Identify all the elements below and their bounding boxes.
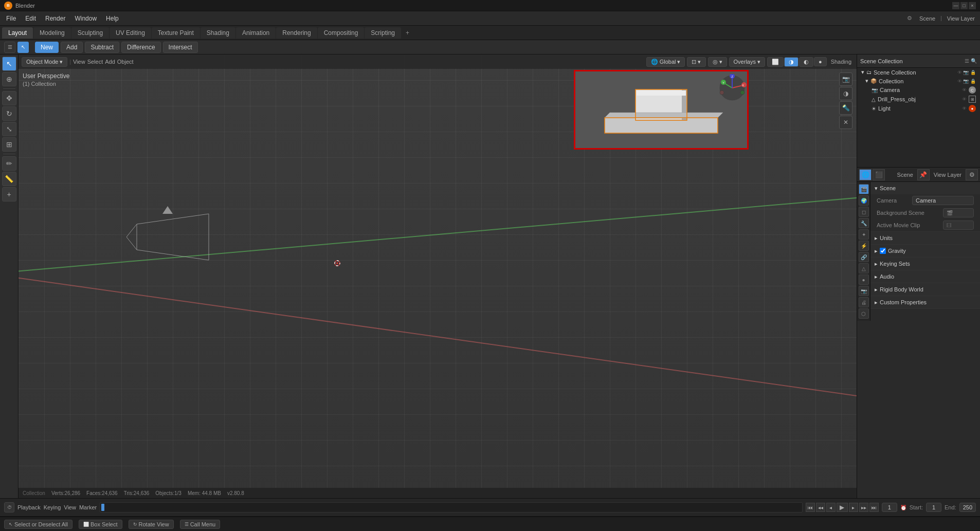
active-movie-clip-field[interactable]: 🎞 — [943, 221, 974, 230]
menu-edit[interactable]: Edit — [21, 13, 40, 24]
viewport-add-menu[interactable]: Add — [105, 59, 115, 65]
viewport-view-menu[interactable]: View — [73, 59, 85, 65]
tab-scripting[interactable]: Scripting — [365, 27, 401, 39]
axis-gizmo[interactable]: X Y Z — [718, 74, 747, 102]
props-view-layer-icon[interactable]: ⬛ — [873, 169, 885, 180]
cursor-icon[interactable]: ↖ — [17, 42, 29, 53]
timeline-icon[interactable]: ⏱ — [4, 502, 14, 512]
box-select-button[interactable]: ⬜ Box Select — [79, 520, 122, 529]
timeline-cursor[interactable] — [101, 504, 104, 511]
physics-icon[interactable]: ⚡ — [859, 241, 869, 251]
bool-intersect-button[interactable]: Intersect — [163, 42, 198, 53]
prev-keyframe-button[interactable]: ◂ — [826, 503, 836, 512]
data-icon[interactable]: △ — [859, 263, 869, 273]
current-frame[interactable]: 1 — [882, 503, 897, 512]
output-icon[interactable]: 🖨 — [859, 297, 869, 307]
tab-rendering[interactable]: Rendering — [276, 27, 317, 39]
add-tool[interactable]: + — [2, 187, 16, 202]
menu-render[interactable]: Render — [41, 13, 69, 24]
constraints-icon[interactable]: 🔗 — [859, 252, 869, 262]
maximize-button[interactable]: □ — [960, 2, 968, 9]
rotate-tool[interactable]: ↻ — [2, 106, 16, 121]
viewport-cameras-button[interactable]: 📷 — [839, 72, 852, 86]
audio-section-header[interactable]: ▸ Audio — [870, 270, 980, 283]
minimize-button[interactable]: — — [952, 2, 959, 9]
timeline-keying-menu[interactable]: Keying — [44, 504, 61, 510]
user-prefs-icon[interactable]: ⚙ — [904, 15, 915, 22]
select-tool[interactable]: ↖ — [2, 57, 16, 71]
select-deselect-all-button[interactable]: ↖ Select or Deselect All — [4, 520, 72, 529]
transform-orientation-button[interactable]: 🌐 Global ▾ — [646, 57, 685, 67]
start-frame[interactable]: 1 — [926, 503, 941, 512]
viewport-object-menu[interactable]: Object — [117, 59, 134, 65]
jump-start-button[interactable]: ⏮ — [806, 503, 815, 512]
next-frame-button[interactable]: ▸▸ — [859, 503, 868, 512]
tab-compositing[interactable]: Compositing — [318, 27, 365, 39]
viewport-render-button[interactable]: 🔦 — [839, 101, 852, 115]
outliner-item-camera[interactable]: 📷 Camera 👁 C — [857, 85, 980, 95]
call-menu-button[interactable]: ☰ Call Menu — [180, 520, 221, 529]
overlays-button[interactable]: Overlays ▾ — [729, 57, 765, 67]
viewlayer-icon[interactable]: ⬡ — [859, 308, 869, 319]
solid-button[interactable]: ◑ — [784, 57, 798, 67]
viewport-xray-button[interactable]: ✕ — [839, 116, 852, 129]
tab-modeling[interactable]: Modeling — [33, 27, 71, 39]
scale-tool[interactable]: ⤡ — [2, 122, 16, 136]
world-props-icon[interactable]: 🌍 — [859, 195, 869, 206]
timeline-ruler[interactable] — [100, 502, 803, 512]
cursor-tool[interactable]: ⊕ — [2, 72, 16, 86]
viewport-material-button[interactable]: ◑ — [839, 87, 852, 100]
move-tool[interactable]: ✥ — [2, 91, 16, 105]
tab-layout[interactable]: Layout — [2, 27, 33, 39]
outliner-item-collection[interactable]: ▾ 📦 Collection 👁 📷 🔒 — [857, 77, 980, 85]
viewport-select-menu[interactable]: Select — [87, 59, 103, 65]
custom-props-section-header[interactable]: ▸ Custom Properties — [870, 296, 980, 308]
keying-sets-section-header[interactable]: ▸ Keying Sets — [870, 258, 980, 270]
close-button[interactable]: × — [969, 2, 976, 9]
scene-props-icon[interactable]: 🎬 — [859, 184, 869, 194]
jump-end-button[interactable]: ⏭ — [869, 503, 879, 512]
viewport[interactable]: Object Mode ▾ | View Select Add Object 🌐… — [19, 54, 857, 498]
object-props-icon[interactable]: ◻ — [859, 207, 869, 217]
snap-button[interactable]: ⊡ ▾ — [687, 57, 705, 67]
units-section-header[interactable]: ▸ Units — [870, 232, 980, 244]
render-icon[interactable]: 📷 — [859, 286, 869, 296]
props-view-layer-settings[interactable]: ⚙ — [966, 169, 978, 180]
tab-texture-paint[interactable]: Texture Paint — [152, 27, 200, 39]
wireframe-button[interactable]: ⬜ — [767, 57, 784, 67]
annotate-tool[interactable]: ✏ — [2, 156, 16, 171]
bool-new-button[interactable]: New — [35, 42, 59, 53]
lookdev-button[interactable]: ◐ — [799, 57, 813, 67]
bool-difference-button[interactable]: Difference — [121, 42, 160, 53]
add-workspace-button[interactable]: + — [402, 27, 413, 39]
transform-tool[interactable]: ⊞ — [2, 137, 16, 152]
bool-subtract-button[interactable]: Subtract — [85, 42, 119, 53]
menu-help[interactable]: Help — [102, 13, 123, 24]
modifier-props-icon[interactable]: 🔧 — [859, 218, 869, 228]
next-keyframe-button[interactable]: ▸ — [849, 503, 858, 512]
particles-icon[interactable]: ✦ — [859, 229, 869, 240]
menu-file[interactable]: File — [2, 13, 20, 24]
props-scene-icon[interactable]: 🌐 — [859, 169, 872, 180]
window-controls[interactable]: — □ × — [952, 2, 976, 9]
tab-shading[interactable]: Shading — [201, 27, 235, 39]
bool-add-button[interactable]: Add — [61, 42, 83, 53]
rigid-body-section-header[interactable]: ▸ Rigid Body World — [870, 283, 980, 296]
material-icon[interactable]: ● — [859, 274, 869, 285]
scene-section-header[interactable]: ▾ Scene — [870, 182, 980, 194]
props-scene-pin[interactable]: 📌 — [917, 169, 930, 180]
outliner-search-icon[interactable]: 🔍 — [971, 58, 977, 64]
gravity-section-header[interactable]: ▸ Gravity — [870, 245, 980, 257]
rotate-view-button[interactable]: ↻ Rotate View — [129, 520, 174, 529]
timeline-view-menu[interactable]: View — [64, 504, 76, 510]
outliner-filter-icon[interactable]: ☰ — [965, 58, 969, 64]
rendered-button[interactable]: ● — [814, 57, 827, 66]
tab-animation[interactable]: Animation — [236, 27, 276, 39]
proportional-edit-button[interactable]: ◎ ▾ — [708, 57, 727, 67]
outliner-item-drill[interactable]: △ Drill_Press_obj 👁 ⊞ — [857, 95, 980, 104]
gravity-checkbox[interactable] — [880, 248, 886, 254]
measure-tool[interactable]: 📏 — [2, 172, 16, 186]
outliner-item-scene-collection[interactable]: ▾ 🗂 Scene Collection 👁 📷 🔒 — [857, 68, 980, 77]
play-button[interactable]: ▶ — [837, 503, 848, 512]
viewport-mode-button[interactable]: Object Mode ▾ — [22, 57, 67, 67]
